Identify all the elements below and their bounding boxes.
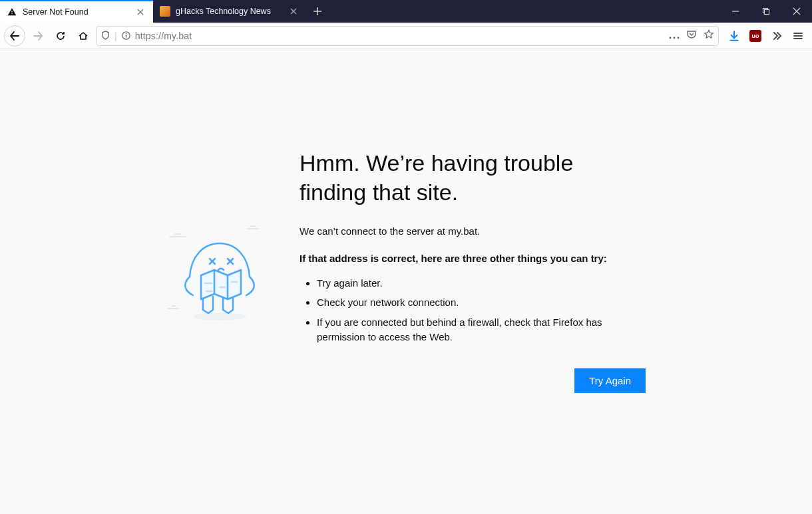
close-window-button[interactable] xyxy=(781,0,812,23)
site-info-icon[interactable] xyxy=(121,31,131,41)
tab-strip: Server Not Found gHacks Technology News xyxy=(0,0,812,23)
address-bar[interactable]: | https://my.bat xyxy=(96,26,719,46)
bookmark-star-icon[interactable] xyxy=(704,29,714,42)
ublock-icon[interactable]: uo xyxy=(748,29,763,43)
svg-rect-1 xyxy=(765,10,769,15)
tab-close-button[interactable] xyxy=(288,5,300,17)
downloads-icon[interactable] xyxy=(727,29,741,43)
pocket-icon[interactable] xyxy=(686,29,697,42)
tab-title: Server Not Found xyxy=(23,7,129,17)
error-page: Hmm. We’re having trouble finding that s… xyxy=(0,49,812,514)
svg-point-7 xyxy=(193,313,246,321)
error-message: We can’t connect to the server at my.bat… xyxy=(300,225,646,237)
minimize-button[interactable] xyxy=(720,0,751,23)
url-text: https://my.bat xyxy=(135,31,665,41)
svg-point-5 xyxy=(674,37,676,39)
list-item: If you are connected but behind a firewa… xyxy=(317,315,646,344)
tab-title: gHacks Technology News xyxy=(176,7,282,16)
navigation-toolbar: | https://my.bat uo xyxy=(0,23,812,49)
ghacks-favicon xyxy=(160,6,170,17)
page-actions-icon[interactable] xyxy=(669,31,680,41)
svg-point-3 xyxy=(125,33,126,35)
new-tab-button[interactable] xyxy=(306,0,329,23)
try-again-button[interactable]: Try Again xyxy=(574,368,646,393)
tracking-shield-icon[interactable] xyxy=(101,31,110,41)
svg-point-4 xyxy=(670,37,672,39)
list-item: Check your network connection. xyxy=(317,295,646,310)
maximize-button[interactable] xyxy=(751,0,781,23)
tab-close-button[interactable] xyxy=(134,6,146,18)
tab-server-not-found[interactable]: Server Not Found xyxy=(0,0,153,23)
back-button[interactable] xyxy=(4,25,25,47)
overflow-icon[interactable] xyxy=(769,29,784,43)
error-suggestions: Try again later. Check your network conn… xyxy=(300,276,646,344)
home-button[interactable] xyxy=(73,26,93,46)
reload-button[interactable] xyxy=(51,26,71,46)
window-controls xyxy=(720,0,812,23)
warning-icon xyxy=(7,7,17,17)
error-hint-title: If that address is correct, here are thr… xyxy=(300,251,646,267)
error-heading: Hmm. We’re having trouble finding that s… xyxy=(300,149,646,207)
list-item: Try again later. xyxy=(317,276,646,291)
app-menu-icon[interactable] xyxy=(791,29,805,43)
error-illustration xyxy=(166,149,300,393)
forward-button[interactable] xyxy=(28,26,48,46)
svg-point-6 xyxy=(678,37,680,39)
tab-ghacks[interactable]: gHacks Technology News xyxy=(153,0,306,23)
